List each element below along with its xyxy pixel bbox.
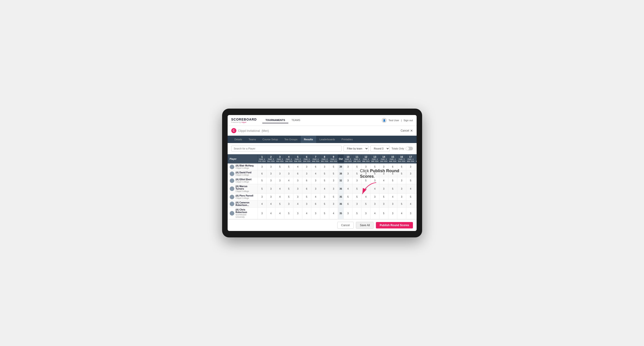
hole-score-7[interactable]: 4 [311,193,320,200]
hole-score-8[interactable]: 5 [320,207,329,219]
hole-score-18[interactable]: 5 [415,170,416,177]
hole-score-9[interactable]: 5 [329,193,338,200]
hole-score-18[interactable]: 4 [415,177,416,184]
hole-score-18[interactable]: 3 [415,200,416,207]
hole-score-8[interactable]: 3 [320,193,329,200]
hole-score-6[interactable]: 6 [302,177,311,184]
hole-score-9[interactable]: 3 [329,200,338,207]
hole-score-7[interactable]: 4 [311,170,320,177]
hole-score-15[interactable]: 3 [388,207,397,219]
hole-score-16[interactable]: 4 [397,207,406,219]
hole-score-1[interactable]: 5 [258,184,266,193]
hole-score-6[interactable]: 3 [302,164,311,170]
hole-score-7[interactable]: 3 [311,177,320,184]
tab-teams[interactable]: Teams [245,136,259,143]
hole-score-1[interactable]: 3 [258,164,266,170]
hole-score-8[interactable]: 3 [320,164,329,170]
hole-score-9[interactable]: 5 [329,170,338,177]
hole-score-9[interactable]: 3 [329,177,338,184]
tab-details[interactable]: Details [231,136,246,143]
hole-score-6[interactable]: 6 [302,184,311,193]
hole-score-5[interactable]: 3 [294,207,302,219]
filter-by-team-select[interactable]: Filter by team [344,145,368,152]
nav-tournaments[interactable]: TOURNAMENTS [262,117,288,123]
hole-score-4[interactable]: 3 [284,170,294,177]
hole-score-16[interactable]: 5 [397,200,406,207]
hole-score-3[interactable]: 4 [276,207,284,219]
hole-score-3[interactable]: 3 [276,177,284,184]
hole-score-9[interactable]: 3 [329,184,338,193]
hole-score-17[interactable]: 4 [406,200,415,207]
hole-score-4[interactable]: 5 [284,207,294,219]
hole-score-15[interactable]: 3 [388,200,397,207]
hole-score-9[interactable]: 4 [329,207,338,219]
hole-score-2[interactable]: 3 [266,170,276,177]
tab-leaderboards[interactable]: Leaderboards [316,136,338,143]
hole-score-1[interactable]: 5 [258,177,266,184]
hole-score-1[interactable]: 4 [258,200,266,207]
hole-score-18[interactable]: 6 [415,193,416,200]
totals-only-toggle[interactable] [406,147,413,150]
hole-score-10[interactable]: 3 [344,170,352,177]
search-input[interactable] [231,146,342,152]
nav-teams[interactable]: TEAMS [288,117,304,123]
hole-score-2[interactable]: 4 [266,200,276,207]
hole-score-8[interactable]: 5 [320,177,329,184]
hole-score-17[interactable]: 3 [406,207,415,219]
hole-score-7[interactable]: 3 [311,207,320,219]
hole-score-4[interactable]: 4 [284,177,294,184]
publish-round-scores-button[interactable]: Publish Round Scores [376,222,413,228]
hole-score-7[interactable]: 3 [311,184,320,193]
cancel-button[interactable]: Cancel [337,222,354,229]
hole-score-2[interactable]: 4 [266,207,276,219]
hole-score-5[interactable]: 4 [294,200,302,207]
hole-score-7[interactable]: 6 [311,164,320,170]
hole-score-14[interactable]: 5 [379,207,388,219]
hole-score-2[interactable]: 3 [266,164,276,170]
tab-results[interactable]: Results [301,136,316,143]
hole-score-4[interactable]: 5 [284,193,294,200]
save-all-button[interactable]: Save All [356,222,374,229]
hole-score-13[interactable]: 4 [370,207,379,219]
hole-score-10[interactable]: 6 [344,200,352,207]
hole-score-1[interactable]: 6 [258,170,266,177]
hole-score-6[interactable]: 5 [302,193,311,200]
hole-score-3[interactable]: 5 [276,200,284,207]
hole-score-6[interactable]: 3 [302,200,311,207]
hole-score-13[interactable]: 3 [370,200,379,207]
hole-score-10[interactable]: 3 [344,164,352,170]
hole-score-5[interactable]: 3 [294,193,302,200]
hole-score-3[interactable]: 5 [276,164,284,170]
hole-score-1[interactable]: 3 [258,193,266,200]
hole-score-3[interactable]: 3 [276,170,284,177]
hole-score-11[interactable]: 3 [352,200,362,207]
hole-score-9[interactable]: 5 [329,164,338,170]
hole-score-1[interactable]: 3 [258,207,266,219]
hole-score-8[interactable]: 5 [320,170,329,177]
tab-tee-groups[interactable]: Tee Groups [281,136,301,143]
hole-score-6[interactable]: 4 [302,207,311,219]
hole-score-2[interactable]: 3 [266,177,276,184]
hole-score-10[interactable]: 5 [344,193,352,200]
hole-score-12[interactable]: 5 [362,200,370,207]
hole-score-5[interactable]: 3 [294,177,302,184]
round-select[interactable]: Round 3 [370,145,390,152]
hole-score-10[interactable]: 4 [344,184,352,193]
sign-out-link[interactable]: Sign out [404,119,413,122]
hole-score-3[interactable]: 4 [276,193,284,200]
hole-score-4[interactable]: 3 [284,200,294,207]
hole-score-12[interactable]: 3 [362,207,370,219]
hole-score-10[interactable]: 3 [344,177,352,184]
hole-score-4[interactable]: 5 [284,164,294,170]
hole-score-4[interactable]: 5 [284,184,294,193]
hole-score-11[interactable]: 5 [352,207,362,219]
tab-course-setup[interactable]: Course Setup [259,136,281,143]
hole-score-10[interactable]: 3 [344,207,352,219]
hole-score-18[interactable]: 6 [415,164,416,170]
hole-score-2[interactable]: 3 [266,193,276,200]
hole-score-8[interactable]: 4 [320,184,329,193]
cancel-top-button[interactable]: Cancel ✕ [400,129,413,133]
hole-score-5[interactable]: 4 [294,164,302,170]
hole-score-6[interactable]: 3 [302,170,311,177]
hole-score-8[interactable]: 5 [320,200,329,207]
